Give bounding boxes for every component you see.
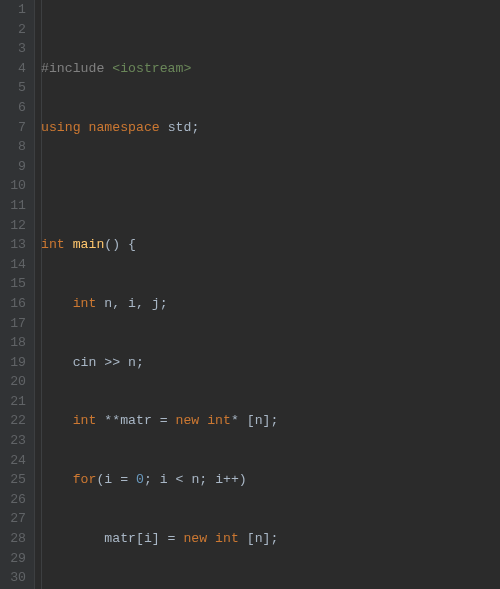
line-number: 9 xyxy=(4,157,26,177)
line-number: 22 xyxy=(4,411,26,431)
line-number: 29 xyxy=(4,549,26,569)
line-number: 4 xyxy=(4,59,26,79)
line-number: 25 xyxy=(4,470,26,490)
line-number: 21 xyxy=(4,392,26,412)
line-number: 1 xyxy=(4,0,26,20)
line-number: 12 xyxy=(4,216,26,236)
line-number: 5 xyxy=(4,78,26,98)
line-number: 10 xyxy=(4,176,26,196)
line-number: 17 xyxy=(4,314,26,334)
line-number: 26 xyxy=(4,490,26,510)
line-number: 14 xyxy=(4,255,26,275)
line-number: 19 xyxy=(4,353,26,373)
line-number: 27 xyxy=(4,509,26,529)
code-line[interactable]: int **matr = new int* [n]; xyxy=(41,411,500,431)
line-number: 7 xyxy=(4,118,26,138)
line-number: 30 xyxy=(4,568,26,588)
line-number: 11 xyxy=(4,196,26,216)
code-line[interactable]: using namespace std; xyxy=(41,118,500,138)
line-number: 28 xyxy=(4,529,26,549)
line-number: 13 xyxy=(4,235,26,255)
line-number: 20 xyxy=(4,372,26,392)
line-number: 2 xyxy=(4,20,26,40)
line-number-gutter: 1 2 3 4 5 6 7 8 9 10 11 12 13 14 15 16 1… xyxy=(0,0,35,589)
line-number: 23 xyxy=(4,431,26,451)
code-editor[interactable]: #include <iostream> using namespace std;… xyxy=(35,0,500,589)
code-line[interactable]: int main() { xyxy=(41,235,500,255)
code-line[interactable]: for(i = 0; i < n; i++) xyxy=(41,470,500,490)
line-number: 16 xyxy=(4,294,26,314)
line-number: 3 xyxy=(4,39,26,59)
line-number: 15 xyxy=(4,274,26,294)
line-number: 18 xyxy=(4,333,26,353)
line-number: 24 xyxy=(4,451,26,471)
line-number: 8 xyxy=(4,137,26,157)
code-line[interactable]: cin >> n; xyxy=(41,353,500,373)
code-line[interactable]: matr[i] = new int [n]; xyxy=(41,529,500,549)
code-line[interactable] xyxy=(41,176,500,196)
line-number: 6 xyxy=(4,98,26,118)
code-line[interactable]: int n, i, j; xyxy=(41,294,500,314)
code-line[interactable]: #include <iostream> xyxy=(41,59,500,79)
